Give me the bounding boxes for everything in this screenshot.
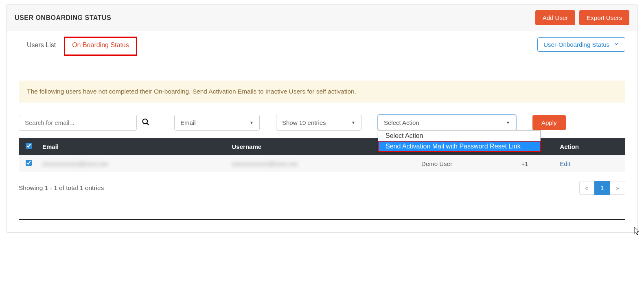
entries-summary: Showing 1 - 1 of total 1 entries — [19, 184, 104, 192]
tabs: Users List On Boarding Status — [19, 37, 137, 56]
svg-point-0 — [143, 119, 148, 124]
panel-body: Users List On Boarding Status User-Onboa… — [7, 31, 637, 232]
action-option-select[interactable]: Select Action — [378, 131, 540, 141]
divider — [19, 219, 625, 220]
chevron-down-icon: ▼ — [351, 120, 355, 125]
page-next[interactable]: » — [610, 181, 625, 195]
page-1[interactable]: 1 — [594, 181, 610, 195]
tab-onboarding-status[interactable]: On Boarding Status — [64, 37, 137, 56]
tabs-row: Users List On Boarding Status User-Onboa… — [19, 31, 625, 56]
action-dropdown-menu: Select Action Send Activation Mail with … — [378, 130, 541, 152]
cell-username: xxxxxxxxxxxx@xxxx.xxx — [232, 160, 298, 167]
entries-label: Show 10 entries — [282, 119, 326, 126]
table-footer: Showing 1 - 1 of total 1 entries « 1 » — [19, 181, 625, 195]
search-icon[interactable] — [142, 118, 150, 128]
chevron-down-icon: ▼ — [250, 120, 254, 125]
edit-link[interactable]: Edit — [560, 160, 570, 167]
user-onboarding-status-dropdown[interactable]: User-Onboarding Status — [537, 37, 625, 52]
pagination: « 1 » — [579, 181, 625, 195]
cell-name: Demo User — [417, 155, 517, 172]
table-row: xxxxxxxxxxxx@xxxx.xxx xxxxxxxxxxxx@xxxx.… — [19, 155, 625, 172]
chevron-down-icon: ▼ — [506, 120, 510, 125]
row-checkbox[interactable] — [26, 160, 32, 166]
search-input[interactable] — [19, 115, 137, 131]
col-action: Action — [556, 138, 625, 155]
entries-select[interactable]: Show 10 entries ▼ — [276, 115, 361, 131]
col-checkbox — [19, 138, 38, 155]
info-banner: The following users have not completed t… — [19, 81, 625, 103]
chevron-down-icon — [613, 41, 619, 48]
action-select-wrap: Select Action ▼ Select Action Send Activ… — [378, 115, 516, 131]
cell-email: xxxxxxxxxxxx@xxxx.xxx — [42, 160, 108, 167]
col-email: Email — [38, 138, 228, 155]
controls-row: Email ▼ Show 10 entries ▼ Select Action … — [19, 115, 625, 131]
action-select-label: Select Action — [384, 119, 419, 126]
status-dropdown-label: User-Onboarding Status — [543, 41, 609, 48]
svg-line-1 — [147, 123, 149, 125]
panel-header: USER ONBOARDING STATUS Add User Export U… — [7, 4, 637, 31]
header-actions: Add User Export Users — [535, 10, 629, 25]
filter-field-select[interactable]: Email ▼ — [174, 115, 260, 131]
add-user-button[interactable]: Add User — [535, 10, 576, 25]
action-option-send-activation[interactable]: Send Activation Mail with Password Reset… — [378, 141, 540, 152]
apply-button[interactable]: Apply — [532, 115, 566, 130]
filter-field-label: Email — [180, 119, 196, 126]
action-select[interactable]: Select Action ▼ — [378, 115, 516, 131]
cell-phone: +1 — [517, 155, 556, 172]
page-prev[interactable]: « — [579, 181, 595, 195]
export-users-button[interactable]: Export Users — [579, 10, 629, 25]
select-all-checkbox[interactable] — [26, 143, 32, 149]
page-title: USER ONBOARDING STATUS — [15, 14, 111, 22]
tab-users-list[interactable]: Users List — [19, 37, 64, 56]
search-group — [19, 115, 150, 131]
onboarding-panel: USER ONBOARDING STATUS Add User Export U… — [6, 4, 638, 233]
